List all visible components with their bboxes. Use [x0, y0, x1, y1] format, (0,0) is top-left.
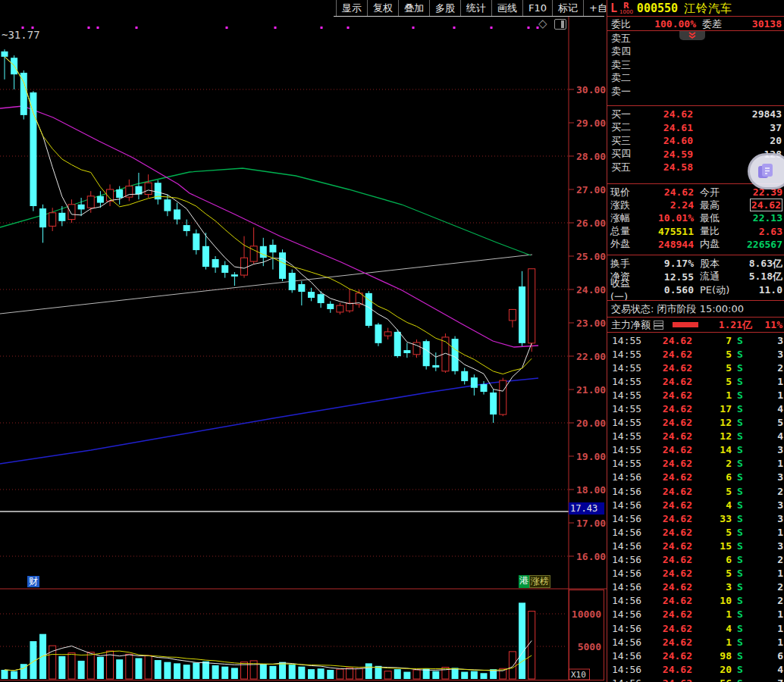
volume-bar-down [318, 668, 325, 679]
tick-count: 2 [748, 554, 784, 565]
volume-bar-down [116, 659, 123, 679]
tick-row[interactable]: 14:5624.6210S2 [607, 594, 784, 608]
tick-list[interactable]: 14:5524.627S314:5524.625S314:5524.625S21… [607, 333, 784, 682]
volume-axis-box [569, 590, 604, 680]
tick-time: 14:56 [607, 499, 647, 511]
tick-row[interactable]: 14:5524.627S3 [607, 333, 784, 347]
tick-row[interactable]: 14:5624.621S1 [607, 635, 784, 649]
tick-price: 24.62 [647, 458, 692, 469]
candle-body-down [97, 196, 104, 203]
main-flow-value: 1.21亿 [698, 318, 752, 332]
candle-body-down [212, 259, 219, 267]
tick-row[interactable]: 14:5624.624S3 [607, 498, 784, 512]
tick-row[interactable]: 14:5624.6256S7 [607, 676, 784, 682]
toolbar-button-叠加[interactable]: 叠加 [398, 0, 429, 16]
ma-green-line [0, 168, 531, 255]
ma-blue-line [0, 378, 538, 464]
toolbar-button-F10[interactable]: F10 [522, 0, 552, 16]
list-icon [654, 321, 663, 330]
tick-volume: 5 [692, 486, 732, 497]
split-window-icon[interactable] [554, 19, 566, 30]
candle-body-down [2, 52, 8, 57]
diamond-marker-icon[interactable]: ◇ [538, 17, 547, 30]
volume-bar-down [461, 672, 468, 679]
floating-assistant-button[interactable] [748, 153, 784, 189]
quote-row: 涨幅10.01%最低22.13 [607, 211, 784, 224]
volume-bar-down [365, 663, 372, 679]
toolbar-button-复权[interactable]: 复权 [367, 0, 398, 16]
tick-time: 14:56 [607, 471, 647, 483]
tick-side: S [732, 376, 748, 387]
tick-time: 14:55 [607, 335, 647, 346]
tick-time: 14:56 [607, 677, 647, 682]
sell-row[interactable]: 卖四 [607, 45, 784, 59]
tick-row[interactable]: 14:5524.625S3 [607, 347, 784, 361]
tick-price: 24.62 [647, 623, 692, 634]
toolbar-button-统计[interactable]: 统计 [460, 0, 491, 16]
event-marker-dot [226, 27, 228, 29]
kline-chart[interactable]: 30.0029.0028.0027.0026.0025.0024.0023.00… [0, 17, 607, 682]
price-axis-label: 24.00 [576, 284, 606, 296]
tag-cai[interactable]: 财 [27, 576, 39, 587]
candle-body-up [49, 213, 56, 227]
tick-side: S [732, 499, 748, 511]
toolbar-button-标记[interactable]: 标记 [552, 0, 583, 16]
tick-volume: 6 [692, 471, 732, 483]
max-price-label: ~31.77 [2, 29, 40, 41]
tick-row[interactable]: 14:5524.621S1 [607, 388, 784, 402]
tick-row[interactable]: 14:5524.625S1 [607, 374, 784, 388]
tick-count: 1 [748, 458, 784, 469]
price-axis-label: 20.00 [576, 418, 606, 429]
volume-bar-up [413, 670, 420, 679]
tick-row[interactable]: 14:5524.6214S3 [607, 443, 784, 457]
tick-row[interactable]: 14:5624.6298S6 [607, 649, 784, 662]
tick-row[interactable]: 14:5624.625S2 [607, 484, 784, 498]
candle-body-down [116, 189, 123, 198]
level-price: 24.58 [643, 161, 693, 173]
tick-row[interactable]: 14:5624.626S3 [607, 471, 784, 484]
tick-row[interactable]: 14:5624.6233S3 [607, 512, 784, 525]
candle-body-down [481, 384, 488, 392]
tick-row[interactable]: 14:5524.622S1 [607, 457, 784, 471]
tick-row[interactable]: 14:5624.6220S4 [607, 662, 784, 676]
tick-row[interactable]: 14:5624.625S1 [607, 567, 784, 580]
weicha-label: 委差 [696, 17, 722, 31]
toolbar-button-显示[interactable]: 显示 [336, 0, 367, 16]
level-volume: 37 [693, 122, 784, 133]
volume-bar-up [87, 652, 94, 679]
buy-row[interactable]: 买一24.6229843 [607, 108, 784, 121]
tick-row[interactable]: 14:5524.6217S4 [607, 402, 784, 415]
tick-price: 24.62 [647, 471, 692, 483]
volume-bar-down [471, 671, 478, 679]
sell-row[interactable]: 卖二 [607, 72, 784, 86]
fundamental-row: 换手9.17%股本8.63亿 [607, 257, 784, 271]
tick-row[interactable]: 14:5624.625S1 [607, 525, 784, 539]
stock-title[interactable]: L R1000 000550 江铃汽车 [610, 1, 732, 16]
buy-row[interactable]: 买二24.6137 [607, 121, 784, 135]
tick-row[interactable]: 14:5624.624S1 [607, 621, 784, 635]
sell-row[interactable]: 卖三 [607, 58, 784, 72]
sell-row[interactable]: 卖一 [607, 85, 784, 99]
volume-bar-down [231, 668, 238, 679]
tick-time: 14:55 [607, 376, 647, 387]
tick-price: 24.62 [647, 499, 692, 511]
tick-price: 24.62 [647, 568, 692, 579]
tick-row[interactable]: 14:5524.6212S4 [607, 430, 784, 443]
tick-row[interactable]: 14:5624.6215S3 [607, 539, 784, 552]
quote-panel: L R1000 000550 江铃汽车 委比 100.00% 委差 30138 … [607, 0, 784, 682]
toolbar-button-画线[interactable]: 画线 [491, 0, 522, 16]
collapse-chevron-button[interactable] [679, 31, 705, 40]
tick-row[interactable]: 14:5624.623S2 [607, 580, 784, 594]
tick-row[interactable]: 14:5624.621S1 [607, 608, 784, 621]
tick-price: 24.62 [647, 664, 692, 675]
main-flow-row[interactable]: 主力净额 1.21亿 11% [607, 318, 784, 331]
tag-hk-board[interactable]: 港 涨榜 [519, 575, 550, 588]
tick-row[interactable]: 14:5524.6212S5 [607, 416, 784, 430]
candle-body-down [452, 339, 459, 371]
tick-count: 2 [748, 581, 784, 593]
candle-body-down [423, 341, 430, 366]
toolbar-button-多股[interactable]: 多股 [429, 0, 460, 16]
tick-row[interactable]: 14:5624.626S2 [607, 553, 784, 567]
buy-row[interactable]: 买三24.6020 [607, 134, 784, 148]
tick-row[interactable]: 14:5524.625S2 [607, 361, 784, 374]
